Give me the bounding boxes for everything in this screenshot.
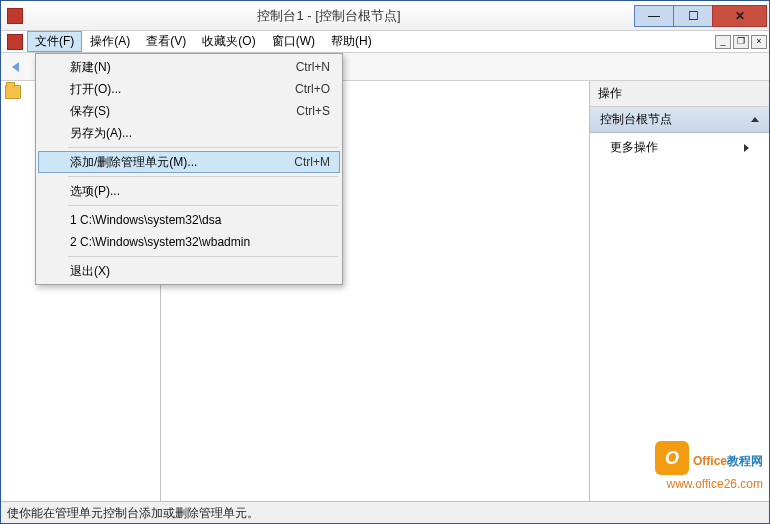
menu-item-label: 保存(S) xyxy=(70,103,276,120)
close-button[interactable]: ✕ xyxy=(712,5,767,27)
menu-item-saveas[interactable]: 另存为(A)... xyxy=(38,122,340,144)
menu-item-recent-2[interactable]: 2 C:\Windows\system32\wbadmin xyxy=(38,231,340,253)
menu-item-label: 另存为(A)... xyxy=(70,125,330,142)
menu-separator xyxy=(68,176,338,177)
menu-view[interactable]: 查看(V) xyxy=(138,31,194,52)
menu-favorites[interactable]: 收藏夹(O) xyxy=(194,31,263,52)
watermark-url: www.office26.com xyxy=(667,477,764,491)
system-menu-icon[interactable] xyxy=(7,34,23,50)
menu-window[interactable]: 窗口(W) xyxy=(264,31,323,52)
menubar: 文件(F) 操作(A) 查看(V) 收藏夹(O) 窗口(W) 帮助(H) _ ❐… xyxy=(1,31,769,53)
titlebar[interactable]: 控制台1 - [控制台根节点] — ☐ ✕ xyxy=(1,1,769,31)
maximize-button[interactable]: ☐ xyxy=(673,5,713,27)
menu-item-exit[interactable]: 退出(X) xyxy=(38,260,340,282)
menu-item-shortcut: Ctrl+O xyxy=(295,82,330,96)
menu-separator xyxy=(68,205,338,206)
menu-item-open[interactable]: 打开(O)... Ctrl+O xyxy=(38,78,340,100)
arrow-left-icon xyxy=(12,62,19,72)
folder-icon xyxy=(5,85,21,99)
menu-item-label: 1 C:\Windows\system32\dsa xyxy=(70,213,330,227)
menu-item-label: 打开(O)... xyxy=(70,81,275,98)
menu-separator xyxy=(68,147,338,148)
menu-item-options[interactable]: 选项(P)... xyxy=(38,180,340,202)
menu-item-save[interactable]: 保存(S) Ctrl+S xyxy=(38,100,340,122)
mdi-minimize-button[interactable]: _ xyxy=(715,35,731,49)
statusbar: 使你能在管理单元控制台添加或删除管理单元。 xyxy=(1,501,769,523)
menu-item-label: 新建(N) xyxy=(70,59,276,76)
window-controls: — ☐ ✕ xyxy=(635,5,767,27)
minimize-button[interactable]: — xyxy=(634,5,674,27)
menu-help[interactable]: 帮助(H) xyxy=(323,31,380,52)
menu-item-label: 2 C:\Windows\system32\wbadmin xyxy=(70,235,330,249)
actions-more-label: 更多操作 xyxy=(610,139,658,156)
menu-item-shortcut: Ctrl+M xyxy=(294,155,330,169)
menu-item-label: 退出(X) xyxy=(70,263,330,280)
mdi-restore-button[interactable]: ❐ xyxy=(733,35,749,49)
menu-item-label: 添加/删除管理单元(M)... xyxy=(70,154,274,171)
menu-file[interactable]: 文件(F) xyxy=(27,31,82,52)
actions-section[interactable]: 控制台根节点 xyxy=(590,107,769,133)
menu-item-recent-1[interactable]: 1 C:\Windows\system32\dsa xyxy=(38,209,340,231)
actions-section-label: 控制台根节点 xyxy=(600,111,672,128)
actions-panel: 操作 控制台根节点 更多操作 xyxy=(589,81,769,501)
file-menu-dropdown: 新建(N) Ctrl+N 打开(O)... Ctrl+O 保存(S) Ctrl+… xyxy=(35,53,343,285)
collapse-icon xyxy=(751,117,759,122)
menu-item-label: 选项(P)... xyxy=(70,183,330,200)
actions-header: 操作 xyxy=(590,81,769,107)
main-window: 控制台1 - [控制台根节点] — ☐ ✕ 文件(F) 操作(A) 查看(V) … xyxy=(0,0,770,524)
toolbar: 新建(N) Ctrl+N 打开(O)... Ctrl+O 保存(S) Ctrl+… xyxy=(1,53,769,81)
menu-separator xyxy=(68,256,338,257)
window-title: 控制台1 - [控制台根节点] xyxy=(23,7,635,25)
menu-action[interactable]: 操作(A) xyxy=(82,31,138,52)
chevron-right-icon xyxy=(744,144,749,152)
back-button[interactable] xyxy=(5,57,25,77)
menu-item-add-remove-snapin[interactable]: 添加/删除管理单元(M)... Ctrl+M xyxy=(38,151,340,173)
menu-item-shortcut: Ctrl+S xyxy=(296,104,330,118)
mdi-controls: _ ❐ × xyxy=(713,35,767,49)
menu-item-new[interactable]: 新建(N) Ctrl+N xyxy=(38,56,340,78)
actions-more[interactable]: 更多操作 xyxy=(590,133,769,162)
menu-item-shortcut: Ctrl+N xyxy=(296,60,330,74)
mdi-close-button[interactable]: × xyxy=(751,35,767,49)
app-icon xyxy=(7,8,23,24)
